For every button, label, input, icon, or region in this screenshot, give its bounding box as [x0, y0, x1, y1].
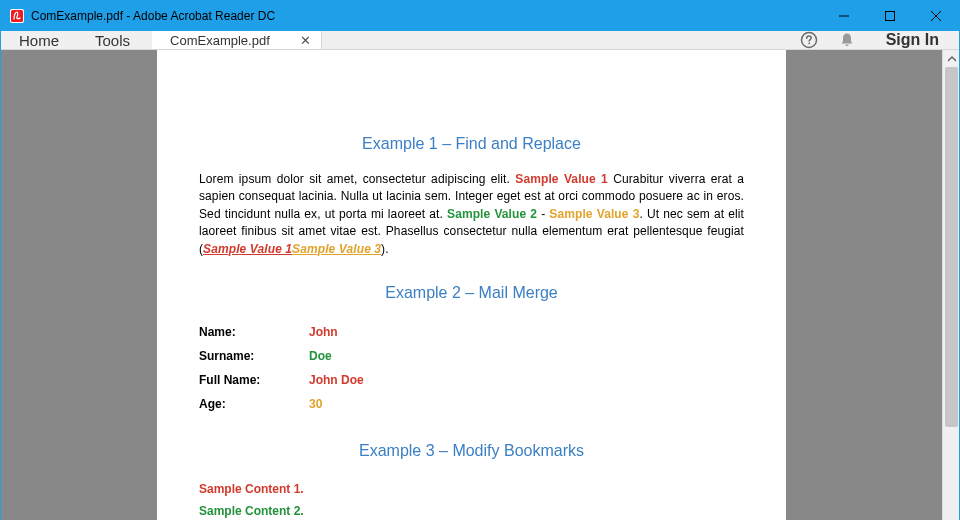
- tools-button[interactable]: Tools: [77, 31, 148, 49]
- app-window: ComExample.pdf - Adobe Acrobat Reader DC…: [0, 0, 960, 520]
- field-value: John Doe: [309, 373, 364, 387]
- heading-example-2: Example 2 – Mail Merge: [199, 284, 744, 302]
- home-button[interactable]: Home: [1, 31, 77, 49]
- field-value: Doe: [309, 349, 332, 363]
- bookmark-content-2: Sample Content 2.: [199, 500, 744, 520]
- field-value: 30: [309, 397, 322, 411]
- toolbar: Home Tools ComExample.pdf ✕ Sign In: [1, 31, 959, 50]
- sample-value-3: Sample Value 3: [549, 207, 639, 221]
- sample-value-2: Sample Value 2: [447, 207, 537, 221]
- table-row: Name:John: [199, 320, 744, 344]
- maximize-icon: [885, 11, 895, 21]
- document-tab-label: ComExample.pdf: [170, 33, 270, 48]
- notifications-button[interactable]: [828, 31, 866, 49]
- viewer-gutter-left: [1, 50, 157, 520]
- minimize-icon: [839, 11, 849, 21]
- acrobat-icon: [9, 8, 25, 24]
- field-label: Full Name:: [199, 373, 309, 387]
- paragraph-example-1: Lorem ipsum dolor sit amet, consectetur …: [199, 171, 744, 258]
- table-row: Surname:Doe: [199, 344, 744, 368]
- sample-value-1: Sample Value 1: [515, 172, 608, 186]
- text-run: ).: [381, 242, 389, 256]
- content-area: Example 1 – Find and Replace Lorem ipsum…: [1, 50, 959, 520]
- minimize-button[interactable]: [821, 1, 867, 31]
- heading-example-1: Example 1 – Find and Replace: [199, 135, 744, 153]
- svg-point-7: [808, 42, 810, 44]
- field-label: Name:: [199, 325, 309, 339]
- close-button[interactable]: [913, 1, 959, 31]
- link-sample-value-1[interactable]: Sample Value 1: [203, 242, 292, 256]
- window-title: ComExample.pdf - Adobe Acrobat Reader DC: [31, 9, 275, 23]
- document-page: Example 1 – Find and Replace Lorem ipsum…: [157, 50, 786, 520]
- bookmark-content-1: Sample Content 1.: [199, 478, 744, 500]
- chevron-up-icon: [948, 56, 956, 62]
- help-button[interactable]: [790, 31, 828, 49]
- field-value: John: [309, 325, 338, 339]
- viewer-gutter-right: [786, 50, 942, 520]
- heading-example-3: Example 3 – Modify Bookmarks: [199, 442, 744, 460]
- titlebar: ComExample.pdf - Adobe Acrobat Reader DC: [1, 1, 959, 31]
- svg-rect-3: [886, 12, 895, 21]
- mail-merge-table: Name:JohnSurname:DoeFull Name:John DoeAg…: [199, 320, 744, 416]
- table-row: Age:30: [199, 392, 744, 416]
- bell-icon: [839, 32, 855, 48]
- text-run: Lorem ipsum dolor sit amet, consectetur …: [199, 172, 515, 186]
- tab-close-button[interactable]: ✕: [300, 33, 311, 48]
- link-sample-value-3[interactable]: Sample Value 3: [292, 242, 381, 256]
- scroll-up-button[interactable]: [943, 50, 960, 67]
- text-run: -: [537, 207, 549, 221]
- maximize-button[interactable]: [867, 1, 913, 31]
- document-viewport[interactable]: Example 1 – Find and Replace Lorem ipsum…: [157, 50, 786, 520]
- help-icon: [800, 31, 818, 49]
- close-icon: [931, 11, 941, 21]
- bookmarks-block: Sample Content 1. Sample Content 2.: [199, 478, 744, 520]
- table-row: Full Name:John Doe: [199, 368, 744, 392]
- signin-button[interactable]: Sign In: [866, 31, 959, 49]
- field-label: Age:: [199, 397, 309, 411]
- document-tab[interactable]: ComExample.pdf ✕: [152, 31, 322, 49]
- vertical-scrollbar[interactable]: [942, 50, 959, 520]
- scroll-thumb[interactable]: [945, 67, 958, 427]
- field-label: Surname:: [199, 349, 309, 363]
